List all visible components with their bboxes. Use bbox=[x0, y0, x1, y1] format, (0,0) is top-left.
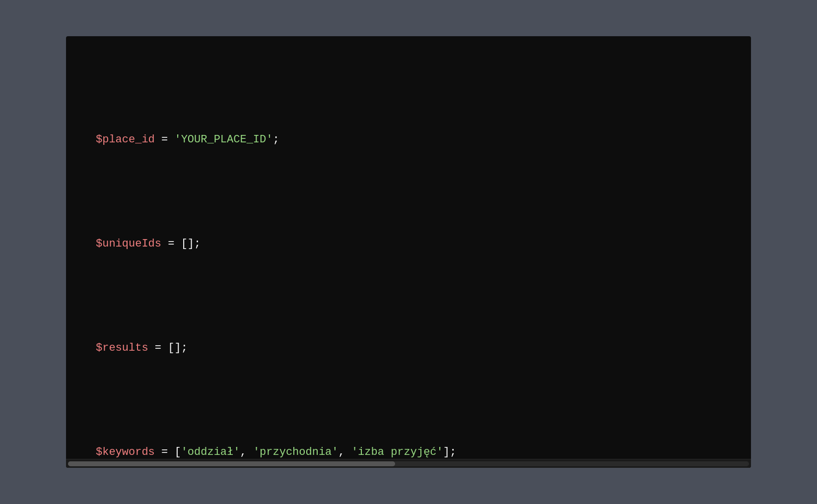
code-line-3: $results = []; bbox=[66, 338, 751, 359]
scrollbar-thumb[interactable] bbox=[68, 461, 395, 466]
scrollbar-track[interactable] bbox=[68, 461, 749, 466]
code-line-1: $place_id = 'YOUR_PLACE_ID'; bbox=[66, 129, 751, 150]
code-content: $place_id = 'YOUR_PLACE_ID'; $uniqueIds … bbox=[66, 36, 751, 459]
code-window: $place_id = 'YOUR_PLACE_ID'; $uniqueIds … bbox=[66, 36, 751, 468]
code-line-4: $keywords = ['oddział', 'przychodnia', '… bbox=[66, 442, 751, 459]
code-area[interactable]: $place_id = 'YOUR_PLACE_ID'; $uniqueIds … bbox=[66, 36, 751, 459]
horizontal-scrollbar[interactable] bbox=[66, 459, 751, 468]
code-line-2: $uniqueIds = []; bbox=[66, 234, 751, 254]
outer-container: $place_id = 'YOUR_PLACE_ID'; $uniqueIds … bbox=[0, 0, 817, 504]
